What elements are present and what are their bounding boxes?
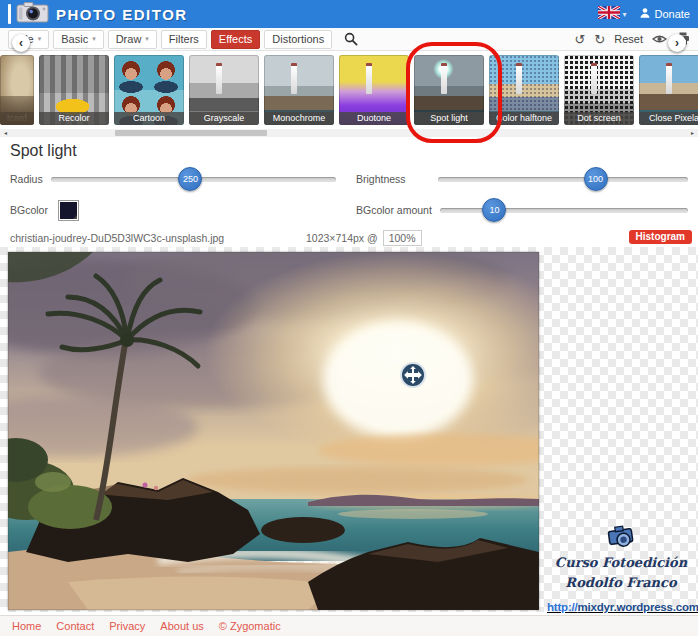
logo-bar	[8, 4, 11, 24]
camera-logo-icon	[16, 1, 50, 27]
slider-label: BGcolor amount	[356, 204, 432, 216]
menu-bar: File▾Basic▾Draw▾FiltersEffectsDistortion…	[0, 28, 698, 51]
uk-flag-icon	[598, 5, 620, 23]
slider-handle[interactable]: 100	[584, 167, 608, 191]
watermark-line2: Rodolfo Franco	[547, 573, 695, 593]
chevron-down-icon: ▾	[38, 35, 42, 43]
page-footer: HomeContactPrivacyAbout us © Zygomatic	[0, 615, 698, 636]
canvas-image[interactable]	[8, 252, 539, 610]
filmstrip-prev-button[interactable]: ‹	[12, 34, 30, 52]
person-icon	[639, 7, 651, 21]
redo-icon[interactable]: ↻	[594, 33, 605, 46]
slider-label: Brightness	[356, 173, 430, 185]
editor-canvas-area: Curso Fotoedición Rodolfo Franco http://…	[0, 247, 698, 612]
language-selector[interactable]: ▾	[598, 5, 627, 23]
menu-label: Effects	[219, 33, 252, 45]
brightness-slider: Brightness 100	[356, 168, 688, 190]
effect-title: Spot light	[10, 142, 688, 160]
undo-icon[interactable]: ↺	[574, 33, 585, 46]
menu-label: Basic	[61, 33, 88, 45]
footer-link-contact[interactable]: Contact	[56, 620, 94, 632]
thumbnail-spotlight[interactable]: Spot light	[414, 55, 484, 125]
thumbnail-duotone[interactable]: Duotone	[339, 55, 409, 125]
copyright-label: © Zygomatic	[219, 620, 281, 632]
scrollbar-left-arrow-icon[interactable]: ◂	[4, 129, 7, 137]
donate-button[interactable]: Donate	[639, 7, 690, 21]
thumbnail-pixelate[interactable]: Close Pixela	[639, 55, 698, 125]
thumbnail-label: Dot screen	[564, 112, 634, 125]
thumbnail-label: Color halftone	[489, 112, 559, 125]
slider-handle[interactable]: 250	[178, 167, 202, 191]
thumbnail-label: Close Pixela	[639, 112, 698, 125]
image-status-bar: christian-joudrey-DuD5D3lWC3c-unsplash.j…	[0, 229, 698, 247]
app-header: PHOTO EDITOR ▾ Donate	[0, 0, 698, 28]
donate-label: Donate	[655, 8, 690, 20]
slider-track[interactable]: 250	[51, 177, 336, 182]
bgcolor-amount-slider: BGcolor amount 10	[356, 199, 688, 221]
slider-handle[interactable]: 10	[482, 198, 506, 222]
menu-label: Distortions	[272, 33, 324, 45]
scrollbar-right-arrow-icon[interactable]: ▸	[691, 129, 694, 137]
footer-links: HomeContactPrivacyAbout us	[12, 620, 204, 632]
thumbnail-dotscreen[interactable]: Dot screen	[564, 55, 634, 125]
zoom-select[interactable]: 100%	[383, 230, 422, 246]
thumbnail-postcard[interactable]: tcard	[0, 55, 34, 125]
menu-distortions[interactable]: Distortions	[264, 30, 332, 49]
thumbnail-grayscale[interactable]: Grayscale	[189, 55, 259, 125]
thumbnail-label: Duotone	[339, 112, 409, 125]
menu-items: File▾Basic▾Draw▾FiltersEffectsDistortion…	[8, 30, 332, 49]
footer-link-home[interactable]: Home	[12, 620, 41, 632]
thumbnail-cartoon[interactable]: Cartoon	[114, 55, 184, 125]
menu-basic[interactable]: Basic▾	[53, 30, 103, 49]
slider-label: Radius	[10, 173, 43, 185]
thumbnail-label: Recolor	[39, 112, 109, 125]
watermark-link[interactable]: http://mixdyr.wordpress.com	[547, 601, 698, 613]
thumbnail-label: Grayscale	[189, 112, 259, 125]
bgcolor-row: BGcolor	[10, 199, 336, 221]
watermark-overlay: Curso Fotoedición Rodolfo Franco http://…	[547, 523, 695, 615]
thumbnail-label: Monochrome	[264, 112, 334, 125]
bgcolor-swatch[interactable]	[58, 200, 79, 221]
eye-icon[interactable]	[652, 33, 667, 46]
menu-label: Draw	[116, 33, 142, 45]
thumbnail-halftone[interactable]: Color halftone	[489, 55, 559, 125]
thumbnail-label: Spot light	[414, 112, 484, 125]
footer-link-privacy[interactable]: Privacy	[109, 620, 145, 632]
watermark-line1: Curso Fotoedición	[547, 553, 695, 573]
filmstrip-next-button[interactable]: ›	[668, 34, 686, 52]
thumbnail-label: tcard	[0, 112, 34, 125]
bgcolor-label: BGcolor	[10, 204, 48, 216]
chevron-down-icon: ▾	[623, 10, 627, 19]
move-handle[interactable]	[400, 362, 426, 388]
thumbnail-strip: tcardRecolorCartoonGrayscaleMonochromeDu…	[0, 55, 698, 125]
menu-label: Filters	[169, 33, 199, 45]
effect-settings-panel: Spot light Radius 250 Brightness 100 BGc…	[0, 137, 698, 229]
thumbnail-label: Cartoon	[114, 112, 184, 125]
thumbnail-monochrome[interactable]: Monochrome	[264, 55, 334, 125]
camera-watermark-icon	[605, 535, 637, 552]
thumbnail-recolor[interactable]: Recolor	[39, 55, 109, 125]
menu-filters[interactable]: Filters	[161, 30, 207, 49]
page-title: PHOTO EDITOR	[56, 6, 188, 23]
search-button[interactable]	[344, 32, 358, 46]
image-filename: christian-joudrey-DuD5D3lWC3c-unsplash.j…	[10, 232, 224, 244]
chevron-down-icon: ▾	[145, 35, 149, 43]
scrollbar-thumb[interactable]	[115, 130, 267, 136]
bgcolor-swatch-color	[60, 202, 77, 219]
effects-filmstrip: tcardRecolorCartoonGrayscaleMonochromeDu…	[0, 51, 698, 137]
menu-draw[interactable]: Draw▾	[108, 30, 157, 49]
menu-effects[interactable]: Effects	[211, 30, 260, 49]
histogram-button[interactable]: Histogram	[629, 230, 692, 244]
slider-track[interactable]: 100	[438, 177, 688, 182]
radius-slider: Radius 250	[10, 168, 336, 190]
image-dimensions: 1023×714px @	[306, 232, 378, 244]
slider-track[interactable]: 10	[440, 208, 688, 213]
footer-link-about-us[interactable]: About us	[160, 620, 203, 632]
filmstrip-scrollbar[interactable]: ◂ ▸	[0, 129, 698, 137]
chevron-down-icon: ▾	[92, 35, 96, 43]
reset-button[interactable]: Reset	[614, 33, 643, 45]
app-logo	[8, 1, 50, 27]
